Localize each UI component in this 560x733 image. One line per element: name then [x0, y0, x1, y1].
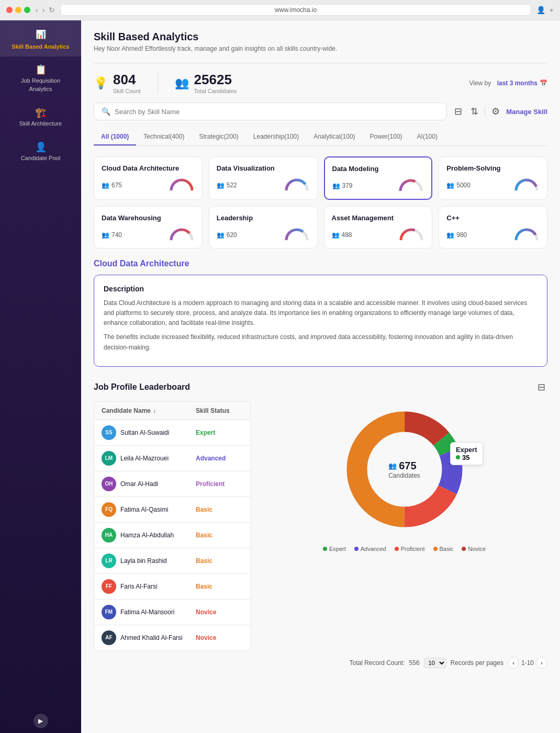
tab-analytical[interactable]: Analytical(100)	[306, 129, 362, 145]
skill-count-label: Skill Count	[113, 88, 141, 94]
tooltip-count: 35	[456, 454, 477, 461]
sidebar-item-arch[interactable]: 🏗️ Skill Architecture	[0, 99, 81, 134]
skill-card-cloud-data[interactable]: Cloud Data Architecture 👥 675	[94, 156, 203, 200]
skill-card-data-modeling[interactable]: Data Modeling 👥 379	[324, 156, 433, 200]
tab-technical[interactable]: Technical(400)	[136, 129, 192, 145]
skill-card-name: Leadership	[217, 214, 310, 223]
candidate-avatar: SS	[102, 425, 116, 440]
sidebar-arch-label: Skill Architecture	[19, 120, 62, 127]
sidebar-item-job[interactable]: 📋 Job Requisition Analytics	[0, 57, 81, 99]
candidate-avatar: OH	[102, 477, 116, 491]
next-page-button[interactable]: ›	[536, 657, 547, 669]
forward-button[interactable]: ›	[42, 6, 45, 14]
url-bar[interactable]: www.imocha.io	[60, 4, 531, 16]
candidate-name: Leila Al-Mazrouei	[120, 455, 196, 462]
minimize-dot[interactable]	[15, 7, 21, 13]
back-button[interactable]: ‹	[36, 6, 38, 14]
candidate-avatar: LR	[102, 554, 116, 568]
candidate-name: Ahmed Khalid Al-Farsi	[120, 634, 196, 641]
count-value: 379	[342, 182, 353, 189]
skill-card-data-warehousing[interactable]: Data Warehousing 👥 740	[94, 206, 203, 249]
people-icon: 👥	[175, 76, 189, 90]
tab-strategic[interactable]: Strategic(200)	[192, 129, 245, 145]
view-by-period[interactable]: last 3 months	[497, 80, 537, 87]
selected-skill-title: Cloud Data Architecture	[94, 259, 547, 268]
per-page-select[interactable]: 10 25 50	[424, 658, 446, 668]
calendar-icon[interactable]: 📅	[540, 80, 547, 87]
view-by-text: View by	[469, 80, 491, 87]
sort-arrow[interactable]: ↓	[153, 407, 156, 414]
skill-gauge	[284, 177, 310, 193]
skill-gauge	[398, 178, 424, 194]
skill-gauge	[284, 227, 310, 243]
maximize-dot[interactable]	[24, 7, 30, 13]
legend-dot-expert	[323, 547, 327, 551]
leaderboard-filter-icon[interactable]: ⊟	[535, 379, 547, 395]
skill-status: Basic	[196, 557, 243, 565]
candidate-avatar: FF	[102, 579, 116, 594]
skill-card-data-viz[interactable]: Data Visualization 👥 522	[209, 156, 318, 200]
legend-basic: Basic	[433, 546, 454, 552]
sidebar-item-candidate[interactable]: 👤 Candidate Pool	[0, 134, 81, 168]
skill-card-bottom: 👥 980	[446, 227, 540, 243]
arch-icon: 🏗️	[35, 107, 47, 118]
skill-status: Proficient	[196, 480, 243, 488]
skill-status: Novice	[196, 608, 243, 616]
candidate-icon: 👤	[35, 141, 47, 153]
view-by: View by last 3 months 📅	[469, 80, 547, 87]
table-row: FQ Fatima Al-Qasimi Basic	[94, 497, 251, 523]
browser-dots	[6, 7, 30, 13]
legend-label-expert: Expert	[329, 546, 346, 552]
search-input[interactable]	[115, 108, 439, 116]
leaderboard-chart: 👥 675 Candidates Expert 35	[261, 401, 547, 651]
skill-card-leadership[interactable]: Leadership 👥 620	[209, 206, 318, 249]
skill-count-value: 804	[113, 72, 141, 88]
per-page-label: Records per pages	[451, 659, 503, 667]
skill-card-name: Data Visualization	[217, 164, 310, 173]
main-content: Skill Based Analytics Hey Noor Ahmed! Ef…	[81, 20, 560, 733]
description-p1: Data Cloud Architecture is a modern appr…	[104, 298, 537, 329]
play-button[interactable]: ▶	[33, 714, 48, 728]
people-mini-icon: 👥	[217, 182, 225, 189]
candidate-avatar: HA	[102, 528, 116, 543]
reload-button[interactable]: ↻	[49, 6, 55, 14]
skill-status: Basic	[196, 506, 243, 513]
skill-card-cpp[interactable]: C++ 👥 980	[439, 206, 547, 249]
skill-gauge	[398, 227, 424, 243]
page-title: Skill Based Analytics	[94, 31, 547, 43]
col-candidate-name: Candidate Name ↓	[102, 407, 196, 414]
skill-card-name: Cloud Data Architecture	[102, 164, 195, 173]
skill-card-count: 👥 675	[102, 182, 122, 189]
table-row: LM Leila Al-Mazrouei Advanced	[94, 446, 251, 471]
skill-card-problem-solving[interactable]: Problem-Solving 👥 5000	[439, 156, 547, 200]
candidate-name: Fatima Al-Qasimi	[120, 506, 196, 513]
settings-icon[interactable]: ⚙	[489, 104, 502, 119]
col-skill-status: Skill Status	[196, 407, 243, 414]
skill-card-name: Asset Management	[332, 214, 425, 223]
sort-icon[interactable]: ⇅	[468, 104, 480, 119]
tab-all[interactable]: All (1000)	[94, 129, 136, 145]
prev-page-button[interactable]: ‹	[508, 657, 519, 669]
tab-power[interactable]: Power(100)	[363, 129, 410, 145]
skill-status: Basic	[196, 583, 243, 590]
sidebar-item-insights[interactable]: 📊 Skill Based Analytics	[0, 20, 81, 57]
sidebar-job-label: Job Requisition	[21, 77, 60, 84]
legend-expert: Expert	[323, 546, 346, 552]
tab-ai[interactable]: AI(100)	[410, 129, 445, 145]
people-mini-icon: 👥	[446, 182, 454, 189]
legend-dot-novice	[462, 547, 466, 551]
legend-dot-proficient	[395, 547, 399, 551]
profile-icon[interactable]: 👤	[536, 6, 545, 14]
table-header: Candidate Name ↓ Skill Status	[94, 401, 251, 420]
tab-leadership[interactable]: Leadership(100)	[246, 129, 306, 145]
add-tab-button[interactable]: +	[550, 6, 554, 14]
skill-card-asset-mgmt[interactable]: Asset Management 👥 488	[324, 206, 433, 249]
manage-skill-button[interactable]: Manage Skill	[506, 108, 547, 116]
candidate-avatar: LM	[102, 451, 116, 466]
search-bar-container: 🔍 ⊟ ⇅ ⚙ Manage Skill	[94, 103, 547, 120]
skill-card-bottom: 👥 620	[217, 227, 310, 243]
total-record-value: 556	[409, 659, 420, 667]
close-dot[interactable]	[6, 7, 13, 13]
skill-card-name: Data Modeling	[332, 165, 424, 174]
filter-icon[interactable]: ⊟	[452, 104, 464, 119]
